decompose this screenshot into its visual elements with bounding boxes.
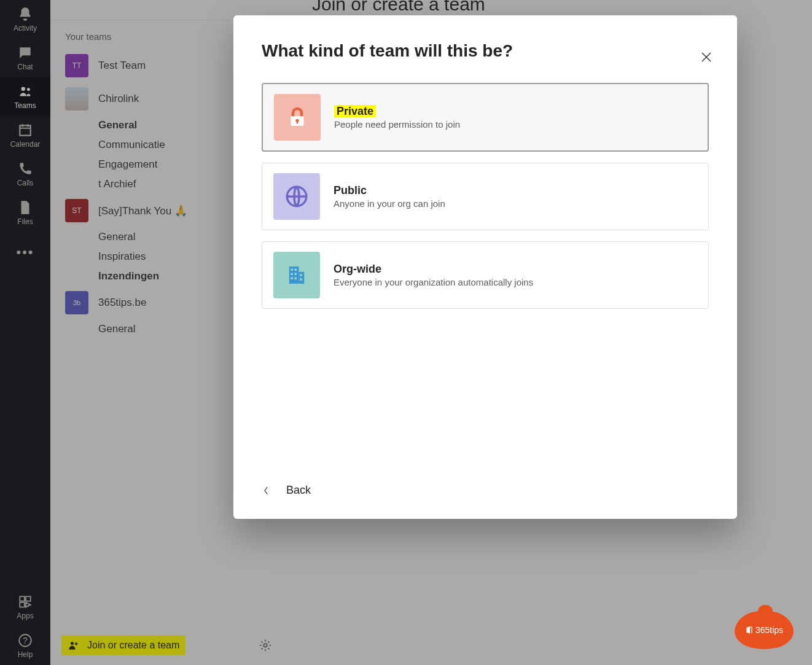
svg-rect-10	[289, 266, 299, 284]
svg-rect-12	[291, 269, 293, 271]
option-title: Public	[334, 184, 445, 197]
option-public[interactable]: Public Anyone in your org can join	[262, 163, 709, 230]
svg-rect-19	[300, 278, 302, 281]
watermark-label: 365tips	[755, 625, 783, 635]
back-label: Back	[286, 484, 311, 497]
option-desc: Anyone in your org can join	[334, 198, 445, 209]
close-button[interactable]	[694, 45, 719, 69]
svg-rect-15	[295, 273, 297, 276]
option-private[interactable]: Private People need permission to join	[262, 83, 709, 152]
office-icon	[745, 626, 754, 634]
svg-rect-18	[300, 274, 302, 276]
watermark-365tips: 365tips	[735, 611, 794, 649]
option-title: Org-wide	[334, 263, 533, 276]
building-icon	[273, 252, 320, 298]
option-orgwide[interactable]: Org-wide Everyone in your organization a…	[262, 241, 709, 309]
svg-rect-14	[291, 273, 293, 276]
option-title: Private	[334, 105, 376, 117]
svg-rect-13	[295, 269, 297, 271]
svg-rect-16	[291, 278, 293, 280]
back-button[interactable]: Back	[262, 484, 311, 497]
team-kind-options: Private People need permission to join P…	[262, 83, 709, 309]
lock-icon	[274, 94, 321, 141]
globe-icon	[273, 173, 320, 220]
svg-rect-11	[299, 272, 305, 284]
modal-title: What kind of team will this be?	[262, 41, 709, 61]
team-kind-modal: What kind of team will this be? Private …	[233, 15, 737, 519]
chevron-left-icon	[262, 486, 270, 495]
svg-rect-8	[297, 120, 298, 123]
option-desc: People need permission to join	[334, 119, 460, 130]
option-desc: Everyone in your organization automatica…	[334, 277, 533, 287]
close-icon	[700, 51, 712, 63]
svg-rect-17	[295, 278, 297, 280]
